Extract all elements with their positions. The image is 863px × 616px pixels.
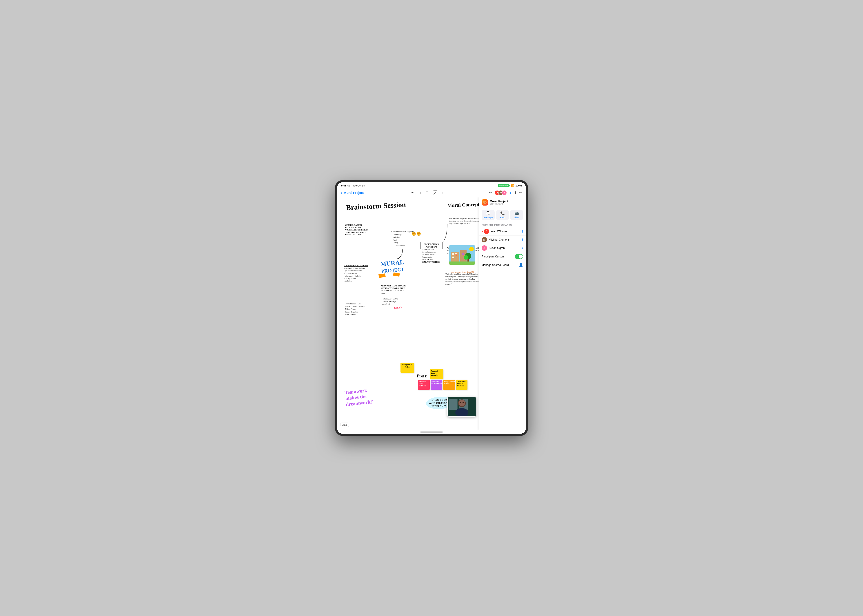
sidebar-panel: 🎨 Mural Project With Muralist 💬 message … <box>479 197 526 430</box>
svg-point-22 <box>455 408 468 417</box>
toolbar-center: ✒ ⊟ ❑ A ⊡ <box>369 190 487 195</box>
toolbar-left: ‹ Mural Project ⌄ <box>341 190 367 195</box>
mural-image <box>449 245 475 265</box>
svg-rect-7 <box>453 253 454 255</box>
video-call-thumbnail <box>447 396 476 417</box>
teamwork-text: Teamworkmakes thedreamwork!! <box>344 386 384 407</box>
community-heading: Community Activation <box>344 264 368 267</box>
avatar-michael: M <box>482 237 487 242</box>
toggle-knob <box>519 255 523 259</box>
toolbar-right: ↩ A M S 3 ⬆ ✏ <box>489 190 522 195</box>
svg-point-15 <box>455 254 457 256</box>
neha-text: NEHA WILL MAKE A SOCIAL-MEDIA ACCT. TO D… <box>381 284 410 295</box>
sticky-site-specific: CURRENT PARTICIPANTS <box>431 380 442 390</box>
svg-rect-25 <box>462 402 464 403</box>
participants-section-label: CURRENT PARTICIPANTS <box>479 222 526 227</box>
mural-project-logo: MURAL PROJECT <box>376 258 406 280</box>
app-name: Mural Project <box>490 200 508 203</box>
home-bar <box>420 432 443 432</box>
phone-icon: 📞 <box>500 211 505 215</box>
toolbar: ‹ Mural Project ⌄ ✒ ⊟ ❑ A ⊡ ↩ A M S <box>337 189 526 197</box>
svg-text:PROJECT: PROJECT <box>381 266 404 274</box>
manage-board-icon: 👤 <box>519 263 523 267</box>
participant-row: A Aled Williams ℹ <box>479 227 526 236</box>
zoom-level[interactable]: 32% <box>340 423 349 427</box>
video-label: video <box>514 216 519 219</box>
art-items: CommunityInclusionFoodHistoryLocal Busin… <box>393 233 405 247</box>
audio-button[interactable]: 📞 audio <box>496 210 509 220</box>
facetime-badge: FaceTime <box>498 184 510 187</box>
sticky-assigned-neha: Assigned to Neha <box>401 363 414 373</box>
sticky-interview: Interview local residents <box>418 380 430 390</box>
app-row: 🎨 Mural Project With Muralist <box>482 199 523 206</box>
svg-rect-19 <box>449 399 457 410</box>
participant-name-aled: Aled Williams <box>491 230 520 233</box>
avatar-aled: A <box>484 229 489 234</box>
svg-rect-14 <box>449 261 475 265</box>
info-icon-susan[interactable]: ℹ <box>522 246 523 250</box>
objects-icon[interactable]: ❑ <box>426 191 429 195</box>
app-icon: 🎨 <box>482 199 488 206</box>
participants-count: 3 <box>509 191 511 194</box>
info-icon-aled[interactable]: ℹ <box>522 229 523 233</box>
info-icon-michael[interactable]: ℹ <box>522 238 523 242</box>
pen-tool-icon[interactable]: ✒ <box>411 191 414 195</box>
participant-row: S Susan Ogren ℹ <box>479 244 526 252</box>
svg-point-23 <box>459 400 465 406</box>
message-button[interactable]: 💬 message <box>482 210 495 220</box>
conversation-3: Yeah, what should the prompt be? How abo… <box>445 273 480 286</box>
edit-icon[interactable]: ✏ <box>519 190 522 195</box>
message-icon: 💬 <box>486 211 490 215</box>
status-right: FaceTime 📶 100% <box>498 184 522 187</box>
contact-buttons: 💬 message 📞 audio 📹 video <box>479 208 526 222</box>
participant-cursors-label: Participant Cursors <box>482 255 515 258</box>
media-icon[interactable]: ⊡ <box>442 191 445 195</box>
shapes-icon[interactable]: ⊟ <box>418 191 421 195</box>
participant-cursors-toggle[interactable] <box>515 254 523 259</box>
status-left: 9:41 AM Tue Oct 18 <box>341 184 365 187</box>
main-content: Brainstorm Session Mural Concepts COMPEN… <box>337 197 526 430</box>
online-dot <box>482 231 483 232</box>
undo-icon[interactable]: ↩ <box>489 190 492 195</box>
svg-rect-24 <box>460 402 461 403</box>
audio-label: audio <box>500 216 505 219</box>
document-title[interactable]: Mural Project ⌄ <box>344 191 367 195</box>
acct-names: – MURALS 4 GOOD– Murals 4 Change– ArtGoo… <box>382 298 409 306</box>
participant-name-susan: Susan Ogren <box>489 247 520 250</box>
mural-concepts-title: Mural Concepts <box>447 201 482 208</box>
sticky-research: Research Local ecologies <box>430 369 443 379</box>
manage-shared-board-row[interactable]: Manage Shared Board 👤 <box>479 261 526 269</box>
emoji-fists: ✊✊ <box>411 231 421 236</box>
avatar-susan: S <box>482 245 487 251</box>
message-label: message <box>484 216 493 219</box>
text-icon[interactable]: A <box>433 190 437 195</box>
svg-point-16 <box>462 253 464 255</box>
back-button[interactable]: ‹ <box>341 190 342 195</box>
taken-badge: TAKEN <box>394 306 402 309</box>
status-bar: 9:41 AM Tue Oct 18 FaceTime 📶 100% <box>337 182 526 189</box>
sticky-first-round: 1st round w/ different directions <box>456 380 467 390</box>
wifi-icon: 📶 <box>511 184 514 187</box>
chevron-down-icon: ⌄ <box>365 191 367 194</box>
svg-rect-3 <box>393 272 400 277</box>
participant-name-michael: Michael Clemens <box>489 238 520 241</box>
svg-point-12 <box>464 255 468 260</box>
participant-avatars[interactable]: A M S <box>495 190 507 195</box>
sidebar-header: 🎨 Mural Project With Muralist <box>479 197 526 208</box>
ipad-screen: 9:41 AM Tue Oct 18 FaceTime 📶 100% ‹ Mur… <box>337 182 526 434</box>
compensation-text: LET'S TRY TO PAY VOLUNTEERS FOR THEIR TI… <box>345 227 372 236</box>
press-label: Press: <box>417 374 428 379</box>
status-time: 9:41 AM <box>341 184 351 187</box>
battery-text: 100% <box>516 184 522 187</box>
status-date: Tue Oct 18 <box>353 184 365 187</box>
manage-shared-board-label: Manage Shared Board <box>482 264 517 267</box>
ipad-device: 9:41 AM Tue Oct 18 FaceTime 📶 100% ‹ Mur… <box>335 180 528 436</box>
participant-row: M Michael Clemens ℹ <box>479 236 526 244</box>
svg-rect-9 <box>453 256 454 258</box>
participant-cursors-row: Participant Cursors <box>479 252 526 261</box>
compensation-heading: COMPENSATION <box>345 224 362 226</box>
community-text: – ask local residents for input– get you… <box>344 267 373 282</box>
home-indicator <box>337 430 526 434</box>
video-button[interactable]: 📹 video <box>510 210 523 220</box>
share-icon[interactable]: ⬆ <box>514 190 517 195</box>
